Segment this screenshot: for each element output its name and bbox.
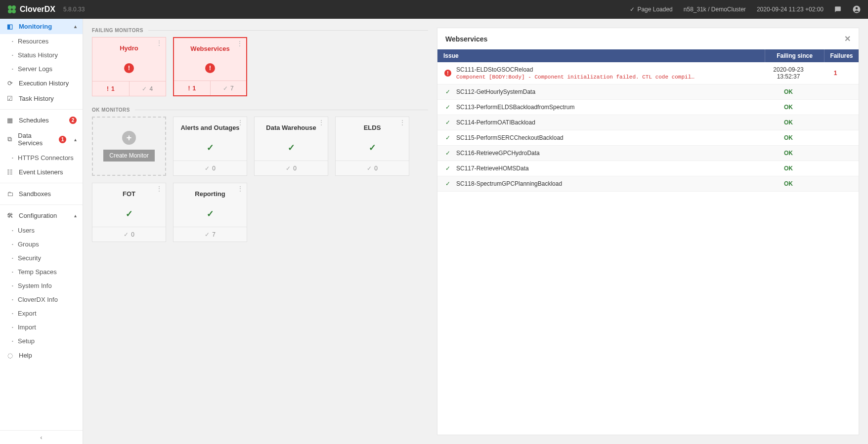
kebab-icon[interactable]: ⋮ xyxy=(156,186,163,191)
sidebar: ◧ Monitoring Resources Status History Se… xyxy=(0,19,83,444)
detail-row[interactable]: ✓ SC113-PerformELDSBackloadfromSpectrum … xyxy=(437,100,859,115)
badge: 2 xyxy=(69,117,77,124)
monitors-panel: FAILING MONITORS ⋮ Hydro ! !1 ✓4 ⋮ Webse… xyxy=(92,28,428,435)
kebab-icon[interactable]: ⋮ xyxy=(318,120,325,125)
issue-cell: SC113-PerformELDSBackloadfromSpectrum xyxy=(452,104,759,111)
monitor-card-ok[interactable]: ⋮ Alerts and Outages ✓ ✓0 xyxy=(173,117,247,176)
card-footer: ✓0 xyxy=(336,161,409,175)
sidebar-item-configuration[interactable]: 🛠 Configuration xyxy=(0,208,83,223)
sidebar-sub-temp-spaces[interactable]: Temp Spaces xyxy=(0,265,83,279)
detail-title: Webservices xyxy=(445,35,487,43)
close-icon[interactable]: ✕ xyxy=(844,34,851,43)
issue-name: SC116-RetrieveGPCHydroData xyxy=(456,150,755,157)
chevron-up-icon xyxy=(74,24,77,29)
monitor-card-ok[interactable]: ⋮ Reporting ✓ ✓7 xyxy=(173,183,247,242)
monitor-card-ok[interactable]: ⋮ ELDS ✓ ✓0 xyxy=(335,117,409,176)
sidebar-sub-status-history[interactable]: Status History xyxy=(0,48,83,62)
issue-name: SC113-PerformELDSBackloadfromSpectrum xyxy=(456,104,755,111)
card-footer: ✓0 xyxy=(92,227,166,242)
logo[interactable]: CloverDX 5.8.0.33 xyxy=(7,4,85,14)
col-since: Failing since xyxy=(765,49,824,62)
monitor-card-ok[interactable]: ⋮ FOT ✓ ✓0 xyxy=(92,183,166,242)
chevron-left-icon: ‹ xyxy=(40,434,42,441)
monitor-card-ok[interactable]: ⋮ Data Warehouse ✓ ✓0 xyxy=(254,117,328,176)
kebab-icon[interactable]: ⋮ xyxy=(236,41,243,46)
sidebar-item-data-services[interactable]: ⧉ Data Services 1 xyxy=(0,128,83,151)
services-icon: ⧉ xyxy=(6,135,13,143)
check-icon: ✓ xyxy=(369,142,376,153)
sidebar-sub-setup[interactable]: Setup xyxy=(0,334,83,348)
kebab-icon[interactable]: ⋮ xyxy=(399,120,406,125)
create-monitor-button[interactable]: Create Monitor xyxy=(103,150,154,161)
ok-count: ✓4 xyxy=(130,81,166,96)
detail-panel: Webservices ✕ Issue Failing since Failur… xyxy=(437,28,859,435)
sidebar-item-label: Configuration xyxy=(19,212,57,219)
chat-icon[interactable] xyxy=(834,6,841,13)
cluster-label[interactable]: n58_31k / DemoCluster xyxy=(684,6,746,13)
sidebar-sub-security[interactable]: Security xyxy=(0,251,83,265)
status-cell: OK xyxy=(759,150,818,157)
version-label: 5.8.0.33 xyxy=(63,6,85,13)
sidebar-collapse[interactable]: ‹ xyxy=(0,430,83,444)
card-status: ! xyxy=(92,55,166,81)
sidebar-item-label: Event Listeners xyxy=(19,168,63,176)
ok-count: ✓0 xyxy=(92,227,166,242)
sidebar-sub-export[interactable]: Export xyxy=(0,306,83,320)
sidebar-item-sandboxes[interactable]: 🗀 Sandboxes xyxy=(0,186,83,202)
sidebar-item-monitoring[interactable]: ◧ Monitoring xyxy=(0,19,83,34)
sidebar-item-schedules[interactable]: ▦ Schedules 2 xyxy=(0,113,83,128)
svg-point-5 xyxy=(856,7,858,10)
fail-count: !1 xyxy=(92,81,130,96)
card-title: ELDS xyxy=(336,117,409,134)
kebab-icon[interactable]: ⋮ xyxy=(156,40,163,45)
detail-row[interactable]: ✓ SC118-SpectrumGPCPlanningBackload OK xyxy=(437,176,859,192)
svg-point-0 xyxy=(8,5,12,9)
monitor-card-failing[interactable]: ⋮ Webservices ! !1 ✓7 xyxy=(173,37,247,96)
ok-count: ✓0 xyxy=(174,161,247,175)
issue-name: SC115-PerformSERCCheckoutBackload xyxy=(456,134,755,141)
sidebar-sub-cloverdx-info[interactable]: CloverDX Info xyxy=(0,292,83,306)
sidebar-sub-users[interactable]: Users xyxy=(0,223,83,237)
detail-row[interactable]: ✓ SC114-PerformOATIBackload OK xyxy=(437,115,859,130)
sidebar-item-label: Execution History xyxy=(19,80,69,87)
monitor-card-failing[interactable]: ⋮ Hydro ! !1 ✓4 xyxy=(92,37,166,96)
ok-count: ✓7 xyxy=(211,81,247,95)
sidebar-sub-https-connectors[interactable]: HTTPS Connectors xyxy=(0,151,83,164)
user-icon[interactable] xyxy=(852,5,861,14)
sidebar-sub-resources[interactable]: Resources xyxy=(0,34,83,48)
sidebar-item-task-history[interactable]: ☑ Task History xyxy=(0,91,83,106)
issue-cell: SC118-SpectrumGPCPlanningBackload xyxy=(452,180,759,187)
detail-row[interactable]: ! SC111-ELDStoGSOCReload Component [BODY… xyxy=(437,62,859,84)
col-issue: Issue xyxy=(437,49,765,62)
ok-section-title: OK MONITORS xyxy=(92,107,428,113)
check-icon: ✓ xyxy=(443,180,452,187)
detail-row[interactable]: ✓ SC112-GetHourlySystemData OK xyxy=(437,84,859,100)
kebab-icon[interactable]: ⋮ xyxy=(237,120,244,125)
create-monitor-card[interactable]: + Create Monitor xyxy=(92,117,166,176)
sidebar-sub-server-logs[interactable]: Server Logs xyxy=(0,62,83,76)
status-cell: OK xyxy=(759,88,818,95)
card-status: ! xyxy=(174,55,246,81)
error-icon: ! xyxy=(205,63,215,73)
sidebar-item-execution-history[interactable]: ⟳ Execution History xyxy=(0,76,83,91)
fail-count: !1 xyxy=(174,81,211,95)
col-failures: Failures xyxy=(824,49,859,62)
card-title: Webservices xyxy=(174,38,246,55)
divider xyxy=(0,109,83,110)
sidebar-sub-groups[interactable]: Groups xyxy=(0,237,83,251)
plus-icon: + xyxy=(122,131,136,145)
card-status: ✓ xyxy=(336,134,409,161)
sidebar-sub-system-info[interactable]: System Info xyxy=(0,279,83,292)
sidebar-sub-import[interactable]: Import xyxy=(0,320,83,334)
sidebar-item-event-listeners[interactable]: ☷ Event Listeners xyxy=(0,164,83,180)
kebab-icon[interactable]: ⋮ xyxy=(237,186,244,191)
sidebar-item-help[interactable]: ◌ Help xyxy=(0,348,83,363)
detail-row[interactable]: ✓ SC117-RetrieveHOMSData OK xyxy=(437,161,859,176)
chevron-up-icon xyxy=(74,213,77,218)
divider xyxy=(0,204,83,205)
detail-row[interactable]: ✓ SC116-RetrieveGPCHydroData OK xyxy=(437,146,859,161)
check-icon: ✓ xyxy=(207,142,214,153)
sidebar-item-label: Sandboxes xyxy=(19,190,51,198)
issue-name: SC118-SpectrumGPCPlanningBackload xyxy=(456,180,755,187)
detail-row[interactable]: ✓ SC115-PerformSERCCheckoutBackload OK xyxy=(437,130,859,146)
